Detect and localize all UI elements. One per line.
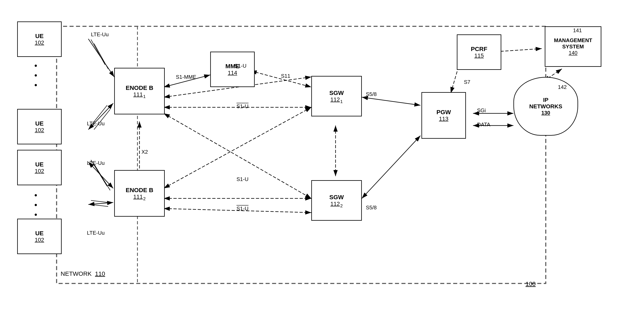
enodeb2-label: ENODE B [126,187,154,194]
svg-line-17 [94,164,110,190]
svg-line-11 [88,203,113,205]
s58-bot-label: S5/8 [366,205,377,211]
ue-top-box: UE 102 [17,22,62,57]
s7-label: S7 [464,79,470,85]
svg-line-23 [164,113,311,198]
ue-mid2-label: UE [35,161,44,168]
sgw2-box: SGW 1122 [311,180,362,221]
sgw2-label: SGW [329,194,344,201]
enodeb2-ref: 111 [134,194,143,200]
sgw1-ref: 112 [330,96,340,103]
mgmt-label: MANAGEMENTSYSTEM [554,37,592,50]
ue-mid2-ref: 102 [35,168,44,174]
enodeb1-sub: 1 [143,94,146,99]
ue-top-ref: 102 [35,40,44,46]
lte-uu-label-3: LTE-Uu [87,160,105,166]
svg-line-18 [91,200,108,203]
sgw1-label: SGW [329,89,344,96]
ue-mid1-box: UE 102 [17,109,62,144]
ref-141: 141 [573,27,582,34]
svg-line-31 [362,136,420,198]
ref-100: 100 [526,280,536,287]
ip-networks-label: IPNETWORKS [529,97,562,110]
svg-line-30 [362,97,420,105]
s1u-bot-label: S1-U [236,176,248,183]
mme-ref: 114 [228,70,237,76]
ue-bot-ref: 102 [35,237,44,243]
pgw-box: PGW 113 [422,92,466,139]
enodeb1-label: ENODE B [126,84,154,91]
pgw-ref: 113 [439,116,448,122]
lte-uu-label-1: LTE-Uu [91,31,109,38]
svg-line-19 [91,205,108,207]
ue-bot-box: UE 102 [17,219,62,254]
pcrf-ref: 115 [474,52,484,59]
ip-networks-ref: 130 [541,110,550,116]
s58-top-label: S5/8 [366,91,377,97]
sgi-label: SGi [477,107,486,114]
ue-mid2-box: UE 102 [17,150,62,185]
lte-uu-label-4: LTE-Uu [87,230,105,236]
svg-line-13 [94,44,108,69]
dots-bot: ••• [34,190,37,219]
ip-networks-cloud: IPNETWORKS 130 [514,77,578,136]
sgw2-ref: 112 [330,201,340,207]
ue-mid1-label: UE [35,120,44,127]
ue-top-label: UE [35,33,44,40]
x2-label: X2 [142,149,148,155]
pgw-label: PGW [436,109,451,116]
enodeb1-box: ENODE B 1111 [114,68,165,114]
enodeb1-ref: 111 [134,91,143,98]
ref-110: 110 [95,270,105,277]
enodeb2-sub: 2 [143,196,146,202]
s1-mme-label: S1-MME [176,74,196,80]
s1u-bar-bot-label: S1-U [236,206,248,212]
ue-mid1-ref: 102 [35,127,44,133]
s11-label: S11 [281,73,290,79]
ref-142: 142 [558,84,566,90]
sgw2-sub: 2 [340,203,342,209]
dots-top: ••• [34,61,37,90]
s1u-top-label: S1-U [234,63,246,69]
enodeb2-box: ENODE B 1112 [114,170,165,217]
mgmt-ref: 140 [568,50,577,56]
mme-box: MME 114 [210,52,255,87]
svg-line-12 [91,40,105,65]
pcrf-label: PCRF [471,46,487,52]
network-label: NETWORK 110 [61,270,105,277]
lte-uu-label-2: LTE-Uu [87,120,105,127]
data-label: DATA [477,121,490,128]
ue-bot-label: UE [35,230,44,237]
sgw1-box: SGW 1121 [311,76,362,116]
s1u-bar-top-label: S1-U [236,103,248,109]
sgw1-sub: 1 [340,99,342,104]
diagram: UE 102 ••• UE 102 UE 102 ••• UE 102 ENOD… [0,0,644,312]
pcrf-box: PCRF 115 [457,34,501,70]
